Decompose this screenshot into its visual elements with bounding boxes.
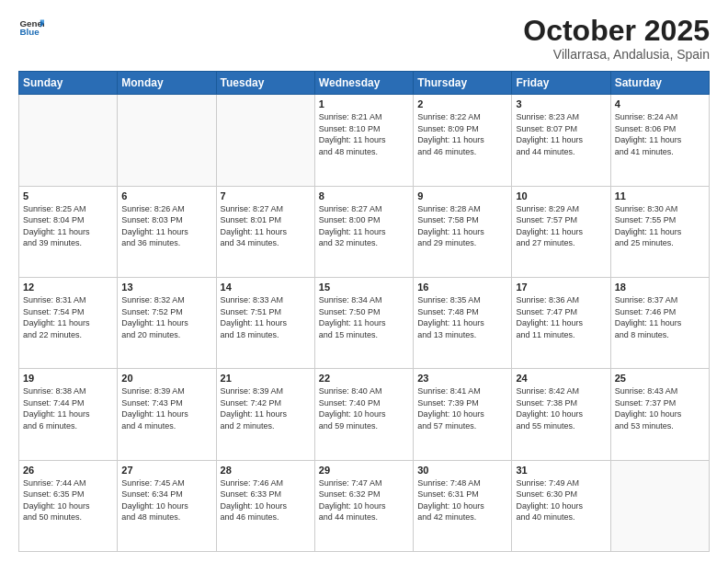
header: General Blue October 2025 Villarrasa, An… [18, 15, 710, 62]
day-info: Sunrise: 7:47 AM Sunset: 6:32 PM Dayligh… [319, 477, 409, 523]
month-title: October 2025 [523, 15, 710, 47]
table-cell: 16Sunrise: 8:35 AM Sunset: 7:48 PM Dayli… [414, 277, 512, 368]
day-info: Sunrise: 8:32 AM Sunset: 7:52 PM Dayligh… [121, 294, 211, 340]
table-cell: 11Sunrise: 8:30 AM Sunset: 7:55 PM Dayli… [610, 186, 709, 277]
table-cell: 12Sunrise: 8:31 AM Sunset: 7:54 PM Dayli… [19, 277, 118, 368]
table-cell: 30Sunrise: 7:48 AM Sunset: 6:31 PM Dayli… [414, 460, 512, 551]
day-info: Sunrise: 8:39 AM Sunset: 7:42 PM Dayligh… [221, 385, 311, 431]
table-cell: 4Sunrise: 8:24 AM Sunset: 8:06 PM Daylig… [610, 95, 709, 186]
day-number: 20 [121, 373, 211, 384]
col-friday: Friday [512, 72, 610, 95]
day-info: Sunrise: 8:37 AM Sunset: 7:46 PM Dayligh… [615, 294, 705, 340]
day-info: Sunrise: 8:23 AM Sunset: 8:07 PM Dayligh… [516, 111, 606, 157]
table-cell: 25Sunrise: 8:43 AM Sunset: 7:37 PM Dayli… [610, 369, 709, 460]
table-cell: 15Sunrise: 8:34 AM Sunset: 7:50 PM Dayli… [314, 277, 413, 368]
day-info: Sunrise: 8:28 AM Sunset: 7:58 PM Dayligh… [417, 203, 507, 249]
table-cell: 21Sunrise: 8:39 AM Sunset: 7:42 PM Dayli… [216, 369, 314, 460]
calendar-header-row: Sunday Monday Tuesday Wednesday Thursday… [19, 72, 710, 95]
day-number: 30 [417, 465, 507, 476]
table-cell: 28Sunrise: 7:46 AM Sunset: 6:33 PM Dayli… [216, 460, 314, 551]
day-info: Sunrise: 8:27 AM Sunset: 8:00 PM Dayligh… [319, 203, 409, 249]
day-info: Sunrise: 8:30 AM Sunset: 7:55 PM Dayligh… [615, 203, 705, 249]
day-info: Sunrise: 8:38 AM Sunset: 7:44 PM Dayligh… [23, 385, 113, 431]
day-number: 9 [417, 190, 507, 201]
col-monday: Monday [118, 72, 216, 95]
svg-text:Blue: Blue [19, 27, 40, 37]
table-cell: 2Sunrise: 8:22 AM Sunset: 8:09 PM Daylig… [414, 95, 512, 186]
day-number: 18 [615, 282, 705, 293]
week-row-5: 26Sunrise: 7:44 AM Sunset: 6:35 PM Dayli… [19, 460, 710, 551]
table-cell: 27Sunrise: 7:45 AM Sunset: 6:34 PM Dayli… [118, 460, 216, 551]
day-info: Sunrise: 8:26 AM Sunset: 8:03 PM Dayligh… [121, 203, 211, 249]
table-cell: 23Sunrise: 8:41 AM Sunset: 7:39 PM Dayli… [414, 369, 512, 460]
day-info: Sunrise: 8:34 AM Sunset: 7:50 PM Dayligh… [319, 294, 409, 340]
table-cell [216, 95, 314, 186]
col-tuesday: Tuesday [216, 72, 314, 95]
day-info: Sunrise: 8:29 AM Sunset: 7:57 PM Dayligh… [516, 203, 606, 249]
day-number: 28 [221, 465, 311, 476]
day-info: Sunrise: 8:21 AM Sunset: 8:10 PM Dayligh… [319, 111, 409, 157]
day-info: Sunrise: 8:42 AM Sunset: 7:38 PM Dayligh… [516, 385, 606, 431]
table-cell: 18Sunrise: 8:37 AM Sunset: 7:46 PM Dayli… [610, 277, 709, 368]
day-number: 8 [319, 190, 409, 201]
table-cell: 24Sunrise: 8:42 AM Sunset: 7:38 PM Dayli… [512, 369, 610, 460]
day-number: 23 [417, 373, 507, 384]
day-number: 5 [23, 190, 113, 201]
day-info: Sunrise: 7:49 AM Sunset: 6:30 PM Dayligh… [516, 477, 606, 523]
table-cell: 5Sunrise: 8:25 AM Sunset: 8:04 PM Daylig… [19, 186, 118, 277]
table-cell: 29Sunrise: 7:47 AM Sunset: 6:32 PM Dayli… [314, 460, 413, 551]
day-number: 31 [516, 465, 606, 476]
day-info: Sunrise: 8:41 AM Sunset: 7:39 PM Dayligh… [417, 385, 507, 431]
table-cell: 1Sunrise: 8:21 AM Sunset: 8:10 PM Daylig… [314, 95, 413, 186]
table-cell: 7Sunrise: 8:27 AM Sunset: 8:01 PM Daylig… [216, 186, 314, 277]
table-cell [610, 460, 709, 551]
day-info: Sunrise: 8:39 AM Sunset: 7:43 PM Dayligh… [121, 385, 211, 431]
day-number: 2 [417, 98, 507, 109]
day-number: 6 [121, 190, 211, 201]
logo: General Blue [18, 15, 44, 40]
day-number: 26 [23, 465, 113, 476]
week-row-3: 12Sunrise: 8:31 AM Sunset: 7:54 PM Dayli… [19, 277, 710, 368]
day-number: 11 [615, 190, 705, 201]
logo-icon: General Blue [18, 15, 44, 40]
table-cell: 26Sunrise: 7:44 AM Sunset: 6:35 PM Dayli… [19, 460, 118, 551]
col-thursday: Thursday [414, 72, 512, 95]
table-cell: 6Sunrise: 8:26 AM Sunset: 8:03 PM Daylig… [118, 186, 216, 277]
day-info: Sunrise: 8:43 AM Sunset: 7:37 PM Dayligh… [615, 385, 705, 431]
day-info: Sunrise: 8:24 AM Sunset: 8:06 PM Dayligh… [615, 111, 705, 157]
day-number: 24 [516, 373, 606, 384]
day-number: 29 [319, 465, 409, 476]
day-number: 3 [516, 98, 606, 109]
week-row-1: 1Sunrise: 8:21 AM Sunset: 8:10 PM Daylig… [19, 95, 710, 186]
table-cell: 22Sunrise: 8:40 AM Sunset: 7:40 PM Dayli… [314, 369, 413, 460]
table-cell: 17Sunrise: 8:36 AM Sunset: 7:47 PM Dayli… [512, 277, 610, 368]
day-number: 13 [121, 282, 211, 293]
day-number: 4 [615, 98, 705, 109]
table-cell: 3Sunrise: 8:23 AM Sunset: 8:07 PM Daylig… [512, 95, 610, 186]
table-cell: 14Sunrise: 8:33 AM Sunset: 7:51 PM Dayli… [216, 277, 314, 368]
day-info: Sunrise: 8:33 AM Sunset: 7:51 PM Dayligh… [221, 294, 311, 340]
page: General Blue October 2025 Villarrasa, An… [0, 0, 728, 563]
day-number: 22 [319, 373, 409, 384]
table-cell: 9Sunrise: 8:28 AM Sunset: 7:58 PM Daylig… [414, 186, 512, 277]
table-cell: 10Sunrise: 8:29 AM Sunset: 7:57 PM Dayli… [512, 186, 610, 277]
location-subtitle: Villarrasa, Andalusia, Spain [523, 47, 710, 62]
table-cell: 19Sunrise: 8:38 AM Sunset: 7:44 PM Dayli… [19, 369, 118, 460]
day-info: Sunrise: 7:48 AM Sunset: 6:31 PM Dayligh… [417, 477, 507, 523]
table-cell: 8Sunrise: 8:27 AM Sunset: 8:00 PM Daylig… [314, 186, 413, 277]
table-cell: 13Sunrise: 8:32 AM Sunset: 7:52 PM Dayli… [118, 277, 216, 368]
day-info: Sunrise: 7:46 AM Sunset: 6:33 PM Dayligh… [221, 477, 311, 523]
day-info: Sunrise: 8:25 AM Sunset: 8:04 PM Dayligh… [23, 203, 113, 249]
col-wednesday: Wednesday [314, 72, 413, 95]
day-number: 25 [615, 373, 705, 384]
table-cell [118, 95, 216, 186]
day-number: 21 [221, 373, 311, 384]
day-number: 27 [121, 465, 211, 476]
week-row-2: 5Sunrise: 8:25 AM Sunset: 8:04 PM Daylig… [19, 186, 710, 277]
day-info: Sunrise: 8:22 AM Sunset: 8:09 PM Dayligh… [417, 111, 507, 157]
day-info: Sunrise: 8:35 AM Sunset: 7:48 PM Dayligh… [417, 294, 507, 340]
table-cell: 31Sunrise: 7:49 AM Sunset: 6:30 PM Dayli… [512, 460, 610, 551]
day-info: Sunrise: 8:27 AM Sunset: 8:01 PM Dayligh… [221, 203, 311, 249]
day-info: Sunrise: 8:36 AM Sunset: 7:47 PM Dayligh… [516, 294, 606, 340]
day-number: 17 [516, 282, 606, 293]
